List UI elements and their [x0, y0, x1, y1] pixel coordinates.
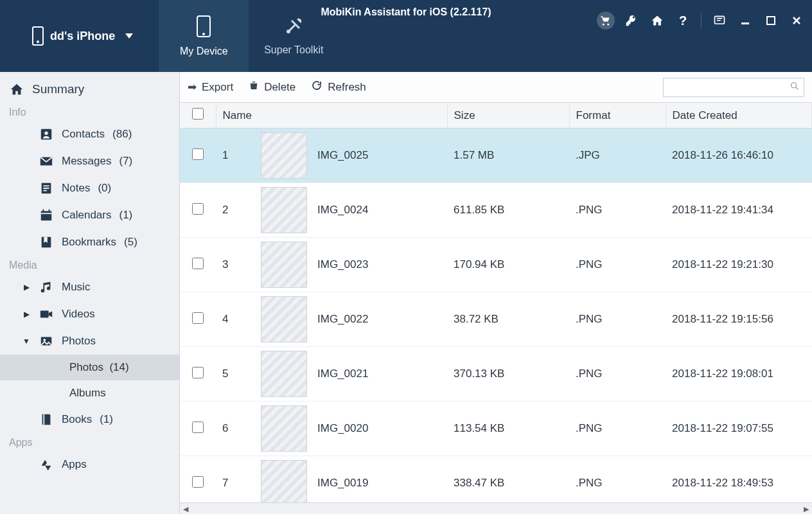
svg-point-17 [791, 83, 797, 88]
close-icon[interactable] [788, 12, 806, 30]
feedback-icon[interactable] [710, 12, 728, 30]
file-date: 2018-11-26 16:46:10 [666, 128, 811, 183]
device-picker[interactable]: dd's iPhone [0, 0, 152, 72]
row-checkbox[interactable] [192, 312, 204, 324]
maximize-icon[interactable] [762, 12, 780, 30]
select-all-checkbox[interactable] [192, 108, 204, 120]
table-row[interactable]: 6IMG_0020113.54 KB.PNG2018-11-22 19:07:5… [180, 402, 812, 456]
home-icon[interactable] [648, 12, 666, 30]
thumbnail [261, 460, 307, 502]
header-size[interactable]: Size [447, 103, 569, 128]
row-index: 4 [216, 292, 254, 347]
row-checkbox[interactable] [192, 421, 204, 433]
svg-rect-5 [767, 17, 775, 24]
header-date[interactable]: Date Created [666, 103, 811, 128]
tab-label: My Device [180, 46, 228, 57]
table-row[interactable]: 4IMG_002238.72 KB.PNG2018-11-22 19:15:56 [180, 292, 812, 347]
tab-my-device[interactable]: My Device [159, 0, 249, 72]
file-format: .PNG [569, 292, 666, 347]
sidebar-count: (7) [119, 155, 132, 168]
sidebar: Summary Info Contacts (86) Messages (7) … [0, 72, 180, 514]
messages-icon [39, 154, 54, 168]
file-name: IMG_0021 [317, 368, 368, 380]
sidebar-item-summary[interactable]: Summary [0, 76, 179, 103]
svg-rect-9 [41, 211, 52, 221]
help-icon[interactable]: ? [674, 12, 692, 30]
scroll-right-icon[interactable]: ▶ [800, 503, 812, 514]
header-format[interactable]: Format [569, 103, 666, 128]
table-row[interactable]: 7IMG_0019338.47 KB.PNG2018-11-22 18:49:5… [180, 456, 812, 503]
row-checkbox[interactable] [192, 203, 204, 215]
apps-icon [39, 457, 54, 472]
sidebar-item-photos-sub[interactable]: Photos (14) [0, 355, 179, 380]
file-format: .PNG [569, 402, 666, 456]
file-date: 2018-11-22 19:07:55 [666, 402, 811, 456]
table-scroll[interactable]: Name Size Format Date Created 1IMG_00251… [180, 103, 812, 502]
book-icon [39, 412, 54, 427]
sidebar-item-calendars[interactable]: Calendars (1) [0, 202, 179, 229]
table-header-row: Name Size Format Date Created [180, 103, 812, 128]
file-date: 2018-11-22 18:49:53 [666, 456, 811, 503]
collapse-icon[interactable] [22, 337, 31, 346]
calendar-icon [39, 208, 54, 222]
sidebar-item-notes[interactable]: Notes (0) [0, 175, 179, 202]
file-format: .PNG [569, 238, 666, 292]
sidebar-item-photos[interactable]: Photos [0, 328, 179, 355]
sidebar-item-music[interactable]: Music [0, 274, 179, 301]
sidebar-section-apps: Apps [0, 433, 179, 451]
sidebar-label: Messages [62, 155, 111, 168]
sidebar-item-videos[interactable]: Videos [0, 301, 179, 328]
separator [701, 13, 702, 28]
tools-icon [284, 17, 303, 40]
row-checkbox[interactable] [192, 148, 204, 160]
cart-icon[interactable] [597, 12, 615, 30]
header-name[interactable]: Name [216, 103, 447, 128]
delete-button[interactable]: Delete [249, 80, 296, 94]
table-row[interactable]: 1IMG_00251.57 MB.JPG2018-11-26 16:46:10 [180, 128, 812, 183]
key-icon[interactable] [622, 12, 640, 30]
row-index: 7 [216, 456, 254, 503]
svg-rect-4 [741, 22, 749, 24]
header-checkbox[interactable] [180, 103, 216, 128]
photos-table: Name Size Format Date Created 1IMG_00251… [180, 103, 812, 502]
search-input[interactable] [667, 82, 790, 93]
sidebar-count: (0) [98, 182, 111, 195]
sidebar-item-books[interactable]: Books (1) [0, 406, 179, 433]
row-index: 3 [216, 238, 254, 292]
sidebar-item-apps[interactable]: Apps [0, 451, 179, 478]
bookmark-icon [39, 235, 54, 249]
file-name: IMG_0020 [317, 422, 368, 435]
row-index: 5 [216, 347, 254, 402]
sidebar-label: Albums [69, 387, 106, 399]
search-box[interactable] [663, 78, 804, 97]
sidebar-item-albums[interactable]: Albums [0, 380, 179, 406]
toolbar: ➡ Export Delete Refresh [180, 72, 812, 103]
table-row[interactable]: 5IMG_0021370.13 KB.PNG2018-11-22 19:08:0… [180, 347, 812, 402]
table-row[interactable]: 2IMG_0024611.85 KB.PNG2018-11-22 19:41:3… [180, 183, 812, 238]
expand-icon[interactable] [22, 283, 31, 292]
minimize-icon[interactable] [736, 12, 754, 30]
file-name: IMG_0024 [317, 204, 368, 217]
sidebar-count: (5) [124, 236, 137, 249]
sidebar-label: Music [62, 281, 90, 294]
search-icon[interactable] [790, 81, 800, 93]
export-button[interactable]: ➡ Export [188, 80, 233, 94]
expand-icon[interactable] [22, 310, 31, 319]
scroll-left-icon[interactable]: ◀ [180, 503, 191, 514]
table-row[interactable]: 3IMG_0023170.94 KB.PNG2018-11-22 19:21:3… [180, 238, 812, 292]
sidebar-label: Videos [62, 308, 95, 321]
horizontal-scrollbar[interactable]: ◀ ▶ [180, 502, 812, 514]
sidebar-item-bookmarks[interactable]: Bookmarks (5) [0, 229, 179, 256]
file-date: 2018-11-22 19:15:56 [666, 292, 811, 347]
svg-point-7 [44, 131, 48, 135]
sidebar-count: (86) [112, 128, 132, 141]
sidebar-item-messages[interactable]: Messages (7) [0, 148, 179, 175]
chevron-down-icon [125, 33, 133, 39]
sidebar-item-contacts[interactable]: Contacts (86) [0, 121, 179, 148]
row-checkbox[interactable] [192, 476, 204, 488]
row-checkbox[interactable] [192, 367, 204, 378]
sidebar-label: Photos [62, 335, 96, 348]
refresh-button[interactable]: Refresh [311, 80, 366, 94]
row-checkbox[interactable] [192, 258, 204, 269]
svg-rect-13 [40, 311, 49, 318]
